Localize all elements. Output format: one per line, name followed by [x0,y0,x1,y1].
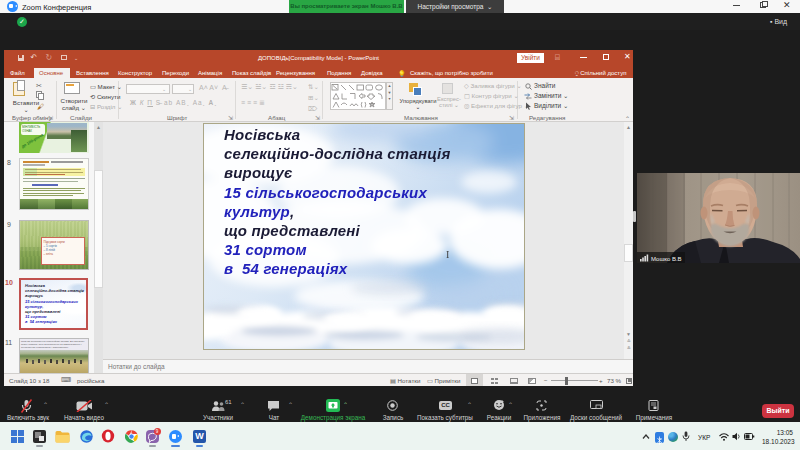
svg-text:Мошко В.В: Мошко В.В [651,256,682,262]
